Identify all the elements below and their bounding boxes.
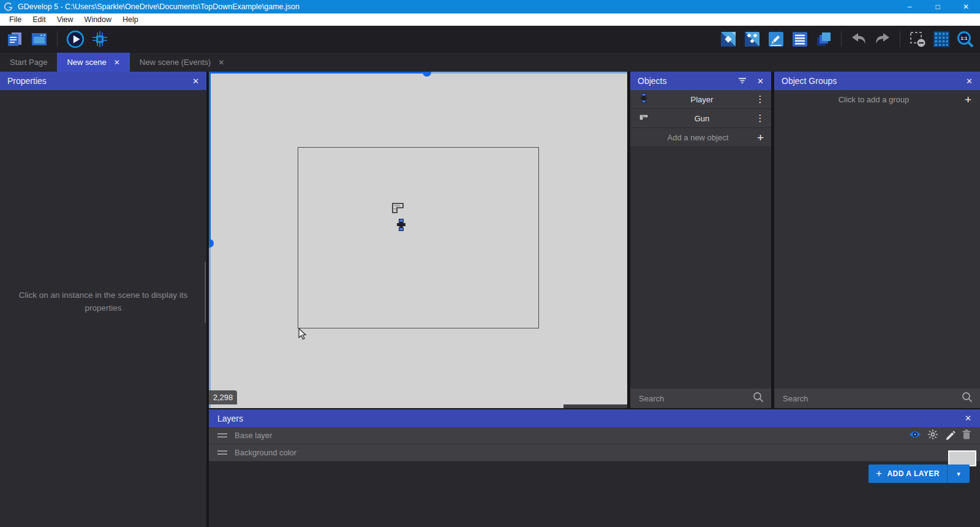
add-group-label: Click to add a group <box>783 95 965 104</box>
close-panel-icon[interactable]: ✕ <box>192 77 199 86</box>
search-icon <box>753 392 764 405</box>
main-toolbar: 1:1 <box>0 26 980 53</box>
objects-panel-header: Objects ✕ <box>630 72 771 90</box>
redo-icon[interactable] <box>873 29 892 49</box>
object-row-player[interactable]: Player ⋮ <box>630 90 771 109</box>
preview-play-icon[interactable] <box>66 29 85 49</box>
project-manager-icon[interactable] <box>5 29 24 49</box>
close-tab-icon[interactable]: ✕ <box>218 58 224 67</box>
object-name: Gun <box>649 114 755 123</box>
objects-panel: Objects ✕ Player ⋮ <box>630 72 771 408</box>
deselect-instances-icon[interactable] <box>908 29 927 49</box>
canvas-vscroll-line[interactable] <box>209 248 211 408</box>
close-panel-icon[interactable]: ✕ <box>966 77 973 86</box>
properties-panel-icon[interactable] <box>766 29 786 49</box>
add-layer-dropdown-icon[interactable]: ▾ <box>947 464 970 483</box>
toolbar-separator <box>57 31 58 47</box>
menu-edit[interactable]: Edit <box>27 13 51 26</box>
tab-label: New scene <box>67 58 106 67</box>
visibility-eye-icon[interactable] <box>909 430 921 441</box>
canvas-hscroll-line[interactable] <box>431 72 627 74</box>
add-new-object-label: Add a new object <box>639 133 757 142</box>
layers-panel-icon[interactable] <box>814 29 834 49</box>
panel-title: Layers <box>217 414 243 423</box>
properties-panel-header: Properties ✕ <box>0 72 206 90</box>
plus-icon: + <box>757 132 764 143</box>
gdevelop-window: GDevelop 5 - C:\Users\Sparkle\OneDrive\D… <box>0 0 980 527</box>
canvas-hscroll-line[interactable] <box>209 72 423 74</box>
menu-file[interactable]: File <box>4 13 27 26</box>
object-groups-panel-body <box>774 109 980 389</box>
maximize-icon[interactable]: □ <box>924 0 952 13</box>
close-panel-icon[interactable]: ✕ <box>965 414 971 423</box>
panel-title: Properties <box>7 76 47 86</box>
filter-icon[interactable] <box>737 75 747 87</box>
gun-instance[interactable] <box>392 203 404 216</box>
drag-handle-icon[interactable] <box>217 433 227 438</box>
canvas-hscroll-dot[interactable] <box>423 72 431 77</box>
add-new-object-button[interactable]: Add a new object + <box>630 128 771 147</box>
layer-row-background[interactable]: Background color <box>209 444 980 461</box>
coordinates-badge: 2,298 <box>209 390 237 404</box>
drag-handle-icon[interactable] <box>217 450 227 455</box>
panel-title: Object Groups <box>782 76 837 86</box>
layer-name: Background color <box>235 448 296 457</box>
undo-icon[interactable] <box>849 29 869 49</box>
menu-bar: File Edit View Window Help <box>0 13 980 26</box>
object-row-gun[interactable]: Gun ⋮ <box>630 109 771 128</box>
toggle-grid-icon[interactable] <box>932 29 951 49</box>
tab-new-scene[interactable]: New scene ✕ <box>57 53 129 72</box>
objects-panel-body <box>630 147 771 389</box>
object-groups-icon[interactable] <box>742 29 762 49</box>
menu-window[interactable]: Window <box>79 13 117 26</box>
window-title: GDevelop 5 - C:\Users\Sparkle\OneDrive\D… <box>18 2 300 11</box>
search-icon <box>962 392 973 405</box>
tab-start-page[interactable]: Start Page <box>0 53 57 72</box>
tab-label: Start Page <box>10 58 47 67</box>
delete-trash-icon[interactable] <box>962 429 971 442</box>
scene-canvas[interactable]: 2,298 <box>209 72 627 408</box>
objects-editor-icon[interactable] <box>718 29 738 49</box>
groups-search-input[interactable] <box>782 393 957 404</box>
debug-icon[interactable] <box>90 29 110 49</box>
plus-icon: + <box>965 94 971 105</box>
tab-new-scene-events[interactable]: New scene (Events) ✕ <box>130 53 234 72</box>
instances-list-icon[interactable] <box>790 29 810 49</box>
canvas-vscroll-dot[interactable] <box>209 239 214 248</box>
scene-window-bounds <box>298 147 539 328</box>
svg-text:1:1: 1:1 <box>961 36 968 41</box>
zoom-1-1-icon[interactable]: 1:1 <box>956 29 975 49</box>
panel-title: Objects <box>638 76 666 86</box>
add-group-button[interactable]: Click to add a group + <box>774 90 980 109</box>
editor-tabs: Start Page New scene ✕ New scene (Events… <box>0 53 980 72</box>
object-name: Player <box>649 95 755 104</box>
effects-icon[interactable] <box>927 429 938 442</box>
add-layer-button[interactable]: + ADD A LAYER ▾ <box>869 464 970 483</box>
properties-scrollbar[interactable] <box>205 262 206 323</box>
menu-view[interactable]: View <box>51 13 79 26</box>
groups-search-bar <box>774 389 980 408</box>
menu-help[interactable]: Help <box>117 13 144 26</box>
close-tab-icon[interactable]: ✕ <box>114 58 120 67</box>
layers-panel-header: Layers ✕ <box>209 409 980 427</box>
mouse-cursor <box>298 328 307 343</box>
add-layer-label: ADD A LAYER <box>887 469 940 478</box>
objects-search-input[interactable] <box>638 393 748 404</box>
canvas-vscroll-line[interactable] <box>209 72 211 239</box>
title-bar: GDevelop 5 - C:\Users\Sparkle\OneDrive\D… <box>0 0 980 13</box>
plus-icon: + <box>876 468 882 480</box>
object-menu-icon[interactable]: ⋮ <box>755 113 765 124</box>
properties-empty-message: Click on an instance in the scene to dis… <box>0 289 206 315</box>
player-instance[interactable] <box>396 219 406 233</box>
minimize-icon[interactable]: – <box>895 0 924 13</box>
object-groups-panel-header: Object Groups ✕ <box>774 72 980 90</box>
layer-row-base[interactable]: Base layer <box>209 427 980 444</box>
player-object-icon <box>639 93 649 105</box>
object-menu-icon[interactable]: ⋮ <box>755 94 765 105</box>
layers-panel: Layers ✕ Base layer <box>209 408 980 527</box>
close-window-icon[interactable]: ✕ <box>952 0 980 13</box>
edit-pencil-icon[interactable] <box>944 429 956 442</box>
start-page-icon[interactable] <box>29 29 49 49</box>
gdevelop-logo-icon <box>4 2 13 12</box>
close-panel-icon[interactable]: ✕ <box>757 77 764 86</box>
